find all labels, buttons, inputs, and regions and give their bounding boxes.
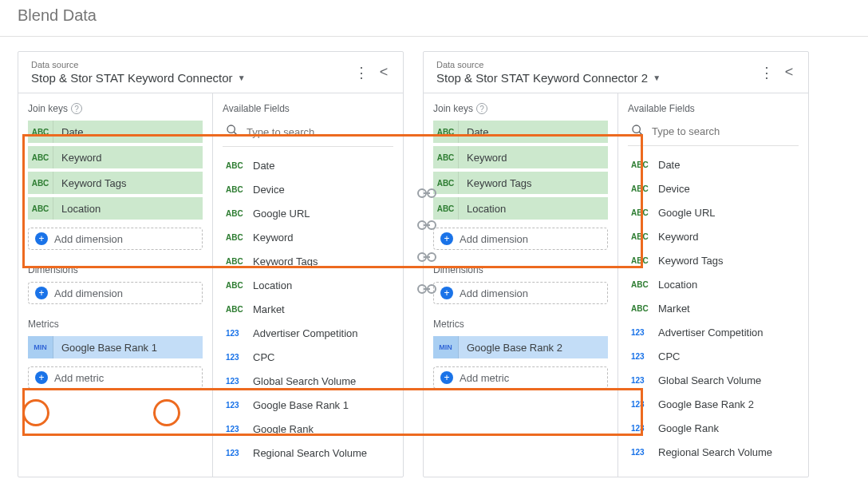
join-key-chip[interactable]: ABCKeyword [28,146,203,168]
field-item[interactable]: ABCMarket [223,297,393,321]
type-badge-abc: ABC [631,304,650,313]
link-icon [416,184,437,202]
metrics-label: Metrics [28,319,203,330]
add-dimension-button[interactable]: +Add dimension [433,228,608,250]
join-key-chip[interactable]: ABCDate [433,121,608,143]
type-badge-abc: ABC [631,280,650,289]
data-source-label: Data source [31,60,350,69]
plus-icon: + [440,287,453,299]
join-key-chip[interactable]: ABCLocation [28,197,203,220]
help-icon[interactable]: ? [476,103,487,114]
search-input[interactable] [652,125,795,137]
field-name: Date [253,160,274,172]
join-key-chip[interactable]: ABCLocation [433,197,608,220]
field-item[interactable]: ABCKeyword Tags [223,249,393,273]
type-badge-abc: ABC [631,208,650,217]
field-name: Advertiser Competition [253,327,358,339]
field-name: Advertiser Competition [658,327,763,339]
field-item[interactable]: ABCMarket [628,296,799,320]
type-badge-min: MIN [433,336,459,358]
link-icon [416,280,437,298]
join-key-chip[interactable]: ABCDate [28,121,203,143]
search-input[interactable] [247,126,390,138]
collapse-left-icon[interactable]: < [778,61,800,84]
field-item[interactable]: 123Global Search Volume [223,369,393,393]
join-links [416,184,437,298]
add-metric-button[interactable]: +Add metric [28,366,203,389]
field-item[interactable]: 123Global Search Volume [628,368,799,392]
metric-chip[interactable]: MINGoogle Base Rank 1 [28,336,203,358]
join-key-chip[interactable]: ABCKeyword Tags [433,172,608,194]
field-item[interactable]: ABCKeyword [223,225,393,249]
type-badge-123: 123 [631,376,650,385]
add-dimension-button[interactable]: +Add dimension [28,282,203,304]
link-icon [416,216,437,234]
field-name: Regional Search Volume [253,447,367,459]
collapse-left-icon[interactable]: < [373,61,395,84]
field-item[interactable]: 123Regional Search Volume [223,441,393,465]
field-name: Device [253,184,285,196]
field-name: Global Search Volume [253,375,356,387]
svg-point-0 [227,125,235,133]
field-item[interactable]: ABCDate [223,153,393,177]
add-dimension-button[interactable]: +Add dimension [28,228,203,250]
help-icon[interactable]: ? [71,103,82,114]
search-row [223,121,393,147]
field-item[interactable]: ABCLocation [223,273,393,297]
more-options-icon[interactable]: ⋮ [756,61,778,84]
add-metric-button[interactable]: +Add metric [433,366,608,389]
field-name: CPC [658,350,680,362]
field-name: Google Rank [658,422,719,434]
field-name: Market [253,303,285,315]
type-badge-abc: ABC [631,184,650,193]
field-item[interactable]: ABCDate [628,152,799,176]
field-item[interactable]: 123Google Rank [628,416,799,440]
data-source-label: Data source [436,60,756,69]
data-source-dropdown[interactable]: Stop & Stor STAT Keyword Connector▼ [31,71,350,85]
search-icon [226,124,239,140]
type-badge-abc: ABC [226,161,245,170]
svg-point-2 [633,125,640,133]
field-item[interactable]: 123CPC [628,344,799,368]
type-badge-abc: ABC [631,256,650,265]
caret-down-icon: ▼ [653,73,661,82]
field-item[interactable]: 123Google Base Rank 2 [628,392,799,416]
field-item[interactable]: 123CPC [223,345,393,369]
field-item[interactable]: 123Google Rank [223,417,393,441]
field-name: Google Rank [253,423,314,435]
link-icon [416,248,437,266]
search-icon [631,124,644,139]
field-name: Keyword Tags [658,255,723,267]
type-badge-123: 123 [226,353,245,362]
type-badge-123: 123 [631,400,650,409]
type-badge-123: 123 [631,424,650,433]
field-name: Keyword [253,232,294,244]
add-dimension-button[interactable]: +Add dimension [433,282,608,304]
field-name: Google Base Rank 1 [253,399,349,411]
field-item[interactable]: ABCGoogle URL [223,201,393,225]
field-item[interactable]: ABCKeyword [628,224,799,248]
field-item[interactable]: ABCKeyword Tags [628,248,799,272]
join-key-chip[interactable]: ABCKeyword [433,146,608,168]
type-badge-abc: ABC [226,209,245,218]
type-badge-abc: ABC [226,233,245,242]
field-name: Location [658,279,697,291]
field-item[interactable]: ABCDevice [628,176,799,200]
field-item[interactable]: ABCLocation [628,272,799,296]
type-badge-123: 123 [226,401,245,410]
plus-icon: + [35,287,48,299]
data-source-dropdown[interactable]: Stop & Stor STAT Keyword Connector 2▼ [436,71,756,85]
field-item[interactable]: ABCDevice [223,177,393,201]
type-badge-123: 123 [226,377,245,386]
more-options-icon[interactable]: ⋮ [350,61,373,84]
field-item[interactable]: 123Advertiser Competition [628,320,799,344]
join-key-chip[interactable]: ABCKeyword Tags [28,172,203,194]
metric-chip[interactable]: MINGoogle Base Rank 2 [433,336,608,358]
type-badge-abc: ABC [226,257,245,266]
field-item[interactable]: 123Regional Search Volume [628,440,799,464]
field-item[interactable]: 123Advertiser Competition [223,321,393,345]
field-item[interactable]: ABCGoogle URL [628,200,799,224]
dimensions-label: Dimensions [28,264,203,275]
field-name: Global Search Volume [658,374,761,386]
field-item[interactable]: 123Google Base Rank 1 [223,393,393,417]
